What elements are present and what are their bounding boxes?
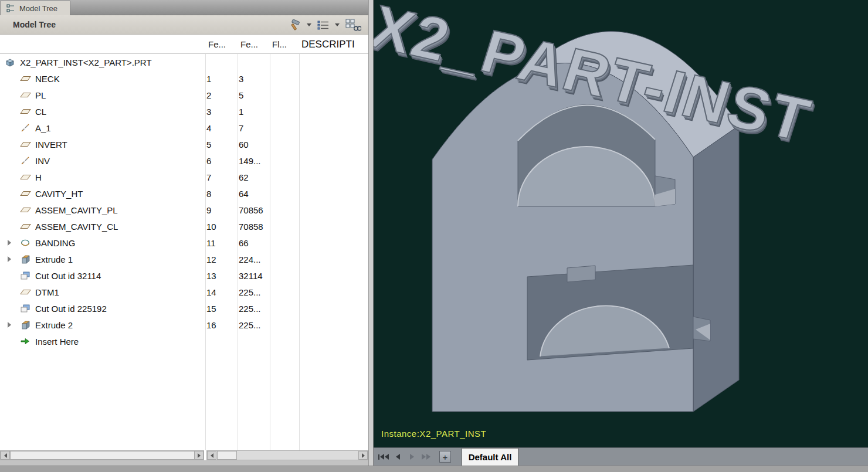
datum-axis-icon [20,157,30,165]
columns-horizontal-scrollbar[interactable] [206,450,368,460]
tree-columns-dropdown-icon[interactable] [335,23,340,26]
show-settings-icon [345,19,361,32]
datum-plane-icon [20,175,30,179]
tab-default-all[interactable]: Default All [462,448,518,466]
panel-splitter[interactable] [368,0,374,472]
feature-label: H [35,172,42,182]
tree-columns-icon [317,21,329,30]
model-tree-grid: Fe... Fe... Fl... DESCRIPTI X2_PART_INS [0,35,368,450]
scroll-left-button[interactable] [207,451,216,460]
feature-label: CAVITY_HT [35,189,83,199]
feature-id: 225... [239,320,261,330]
feature-label: Insert Here [35,337,79,347]
tree-row-extrude-2[interactable]: Extrude 2 16 225... [0,317,368,333]
datum-plane-icon [20,93,30,97]
feature-label: BANDING [35,238,75,248]
scroll-thumb[interactable] [10,451,195,460]
extrude-icon [20,255,30,264]
feature-label: Cut Out id 32114 [35,271,101,281]
feature-id: 66 [239,238,249,248]
tree-row-assem-cavity-pl[interactable]: ASSEM_CAVITY_PL 9 70856 [0,202,368,218]
feature-label: Extrude 1 [35,254,73,264]
feature-id: 64 [239,189,249,199]
step-back-button[interactable] [392,450,403,463]
filters-dropdown-icon[interactable] [307,23,311,26]
feature-label: Extrude 2 [35,320,73,330]
tree-row-a1[interactable]: A_1 4 7 [0,120,368,136]
column-header-feat-num[interactable]: Fe... [208,35,226,54]
expand-arrow-icon[interactable] [8,322,11,328]
step-forward-button[interactable] [406,450,417,463]
feature-label: ASSEM_CAVITY_CL [35,222,118,232]
tree-row-insert-here[interactable]: Insert Here [0,333,368,349]
feature-id: 7 [239,123,243,133]
feature-number: 12 [206,254,216,264]
column-header-fl[interactable]: Fl... [272,35,287,54]
feature-id: 224... [239,254,261,264]
tree-row-cutout-225192[interactable]: Cut Out id 225192 15 225... [0,300,368,317]
go-last-button[interactable] [421,450,431,463]
banding-feature-icon [20,239,30,247]
tree-columns-button[interactable] [316,18,330,33]
application-window: Model Tree Model Tree [0,0,868,472]
filters-button[interactable] [287,18,302,33]
3d-viewport[interactable]: X2_PART-INST Instance:X2_PART_INST [374,0,868,447]
tree-rows: X2_PART_INST<X2_PART>.PRT NECK 1 3 PL 2 … [0,54,368,450]
tree-row-pl[interactable]: PL 2 5 [0,87,368,103]
tree-row-inv[interactable]: INV 6 149... [0,152,368,169]
feature-number: 14 [206,287,216,297]
instance-label: Instance:X2_PART_INST [381,429,486,439]
tree-horizontal-scrollbar[interactable] [0,450,204,460]
expand-arrow-icon[interactable] [8,256,11,262]
tree-row-assem-cavity-cl[interactable]: ASSEM_CAVITY_CL 10 70858 [0,218,368,235]
datum-plane-icon [20,76,30,81]
part-icon [5,57,15,67]
feature-id: 70856 [239,205,263,215]
tree-row-h[interactable]: H 7 62 [0,169,368,185]
expand-arrow-icon[interactable] [8,240,11,246]
add-view-tab-button[interactable]: + [439,451,451,463]
tree-row-neck[interactable]: NECK 1 3 [0,70,368,87]
feature-number: 5 [206,140,211,150]
feature-id: 149... [239,156,261,166]
scroll-right-button[interactable] [358,451,368,460]
feature-id: 5 [239,90,243,100]
feature-number: 8 [206,189,211,199]
insert-here-icon [20,337,30,345]
scroll-right-button[interactable] [194,451,204,460]
tree-row-invert[interactable]: INVERT 5 60 [0,136,368,152]
feature-number: 11 [206,238,216,248]
feature-label: DTM1 [35,287,59,297]
feature-label: Cut Out id 225192 [35,304,107,314]
show-settings-button[interactable] [344,18,362,33]
go-first-button[interactable] [378,450,389,463]
feature-id: 1 [239,107,243,117]
scroll-left-button[interactable] [1,451,10,460]
tree-row-cavity-ht[interactable]: CAVITY_HT 8 64 [0,185,368,202]
feature-number: 15 [206,304,216,314]
model-tree-toolbar [287,17,362,33]
feature-label: INVERT [35,140,67,150]
feature-number: 3 [206,107,211,117]
model-tree-panel: Model Tree Model Tree [0,0,368,472]
model-tree-header: Model Tree [0,15,368,35]
scroll-thumb[interactable] [217,451,237,460]
panel-title: Model Tree [0,20,56,29]
feature-label: INV [35,156,50,166]
feature-id: 32114 [239,271,263,281]
feature-number: 4 [206,123,211,133]
filters-icon [288,19,301,31]
feature-id: 70858 [239,222,263,232]
tree-row-root[interactable]: X2_PART_INST<X2_PART>.PRT [0,54,368,70]
feature-id: 225... [239,287,261,297]
tree-row-extrude-1[interactable]: Extrude 1 12 224... [0,251,368,267]
datum-axis-icon [20,124,30,132]
tree-row-cl[interactable]: CL 3 1 [0,103,368,120]
tree-row-banding[interactable]: BANDING 11 66 [0,235,368,251]
datum-plane-icon [20,290,30,294]
column-header-description[interactable]: DESCRIPTI [301,35,355,54]
tree-row-cutout-32114[interactable]: Cut Out id 32114 13 32114 [0,267,368,284]
tab-model-tree[interactable]: Model Tree [0,1,70,15]
tree-row-dtm1[interactable]: DTM1 14 225... [0,284,368,300]
column-header-feat-id[interactable]: Fe... [240,35,258,54]
